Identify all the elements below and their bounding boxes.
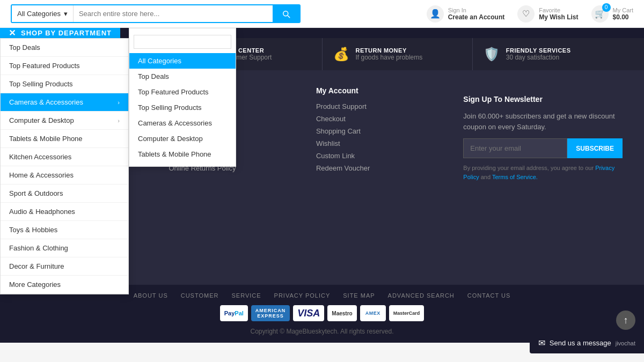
dept-item[interactable]: Sport & Outdoors [1, 184, 128, 203]
amex2-badge: AMEX [360, 305, 386, 321]
newsletter-note: By providing your email address, you agr… [463, 164, 623, 181]
chevron-down-icon: ▾ [64, 10, 68, 18]
favorite-label: Favorite [539, 7, 578, 13]
mastercard-badge: MasterCard [389, 305, 425, 321]
dept-panel: Top DealsTop Featured ProductsTop Sellin… [0, 38, 129, 294]
dept-item[interactable]: More Categories [1, 276, 128, 294]
search-bar: All Categories ▾ [11, 4, 301, 23]
cart-link[interactable]: 🛒 0 My Cart $0.00 [591, 5, 634, 23]
chevron-right-icon: › [118, 117, 120, 124]
footer-link[interactable]: Checkout [316, 115, 447, 123]
bottom-links: ABOUT USCUSTOMERSERVICEPRIVACY POLICYSIT… [134, 292, 511, 299]
dept-item[interactable]: Decor & Furniture [1, 257, 128, 276]
info-item: 💰 RETURN MONEY If goods have problems [323, 38, 473, 70]
user-icon: 👤 [427, 5, 444, 23]
category-subdropdown: All CategoriesTop DealsTop Featured Prod… [129, 28, 236, 167]
shop-by-dept-label: SHOP BY DEPARTMENT [21, 29, 112, 37]
live-chat-platform: jivochat [616, 340, 635, 343]
dept-item[interactable]: Home & Accessories [1, 166, 128, 184]
cat-dropdown-item[interactable]: Tablets & Mobile Phone [129, 146, 236, 162]
payment-icons: PayPal AMERICANEXPRESS VISA Maestro AMEX… [220, 305, 425, 321]
cart-price: $0.00 [613, 13, 634, 21]
info-sub: 30 day satisfaction [506, 54, 571, 61]
amex-badge: AMERICANEXPRESS [251, 305, 290, 321]
dept-item[interactable]: Top Deals [1, 39, 128, 57]
close-icon: ✕ [9, 28, 16, 38]
newsletter-form: SUBSCRIBE [463, 138, 623, 158]
dept-item[interactable]: Computer & Desktop› [1, 112, 128, 130]
signin-label: Sign In [448, 7, 505, 13]
bottom-link[interactable]: SERVICE [231, 292, 261, 299]
heart-icon: ♡ [517, 5, 535, 23]
cart-badge: 0 [602, 3, 611, 12]
bottom-link[interactable]: ABOUT US [134, 292, 168, 299]
newsletter-title: Sign Up To Newsletter [463, 95, 623, 104]
footer-link[interactable]: Product Support [316, 102, 447, 110]
dept-item[interactable]: Cameras & Accessories› [1, 93, 128, 112]
create-account-label: Create an Account [448, 13, 505, 21]
cat-dropdown-item[interactable]: Top Deals [129, 69, 236, 84]
search-button[interactable] [273, 5, 299, 22]
live-chat-button[interactable]: ✉ Send us a message jivochat [530, 333, 644, 343]
header: All Categories ▾ 👤 Sign In Create an Acc… [0, 0, 644, 28]
footer-link[interactable]: Custom Link [316, 152, 447, 160]
info-title: FRIENDLY SERVICES [506, 47, 571, 54]
bottom-link[interactable]: CUSTOMER [181, 292, 219, 299]
search-input[interactable] [74, 5, 273, 22]
terms-link[interactable]: Terms of Service. [492, 174, 538, 180]
wishlist-label: My Wish List [539, 13, 578, 21]
cart-icon: 🛒 0 [591, 5, 609, 23]
cat-search-input[interactable] [134, 35, 231, 49]
dept-item[interactable]: Top Selling Products [1, 75, 128, 93]
dept-item[interactable]: Tablets & Mobile Phone [1, 130, 128, 148]
category-select-label: All Categories [17, 10, 61, 18]
cat-dropdown-item[interactable]: Top Featured Products [129, 84, 236, 100]
shop-by-dept-button[interactable]: ✕ SHOP BY DEPARTMENT [0, 28, 120, 38]
live-chat-label: Send us a message [550, 339, 611, 343]
dept-item[interactable]: Toys & Hobbies [1, 221, 128, 239]
bottom-link[interactable]: CONTACT US [467, 292, 511, 299]
signin-link[interactable]: 👤 Sign In Create an Account [427, 5, 505, 23]
dept-item[interactable]: Audio & Headphones [1, 203, 128, 221]
info-icon: 💰 [333, 47, 349, 62]
info-text: RETURN MONEY If goods have problems [356, 47, 423, 61]
wishlist-link[interactable]: ♡ Favorite My Wish List [517, 5, 578, 23]
info-sub: If goods have problems [356, 54, 423, 61]
cart-label: My Cart [613, 7, 634, 13]
dept-item[interactable]: Top Featured Products [1, 57, 128, 75]
account-section: My Account Product SupportCheckoutShoppi… [316, 86, 447, 269]
newsletter-desc: Join 60.000+ subscribers and get a new d… [463, 111, 623, 132]
info-item: 🛡️ FRIENDLY SERVICES 30 day satisfaction [473, 38, 623, 70]
account-title: My Account [316, 86, 447, 95]
newsletter-email-input[interactable] [463, 138, 567, 158]
footer-link[interactable]: Wishlist [316, 139, 447, 147]
dept-item[interactable]: Fashion & Clothing [1, 239, 128, 257]
account-links: Product SupportCheckoutShopping CartWish… [316, 102, 447, 172]
maestro-badge: Maestro [327, 305, 356, 321]
category-select[interactable]: All Categories ▾ [12, 5, 74, 22]
bottom-link[interactable]: SITE MAP [343, 292, 375, 299]
nav-bar: ✕ SHOP BY DEPARTMENT Top DealsTop Featur… [0, 28, 644, 38]
subscribe-button[interactable]: SUBSCRIBE [567, 138, 623, 158]
newsletter-section: Sign Up To Newsletter Join 60.000+ subsc… [463, 86, 623, 269]
info-text: FRIENDLY SERVICES 30 day satisfaction [506, 47, 571, 61]
scroll-top-button[interactable]: ↑ [616, 311, 635, 330]
bottom-link[interactable]: PRIVACY POLICY [274, 292, 331, 299]
cat-dropdown-item[interactable]: Cameras & Accessories [129, 115, 236, 131]
footer-link[interactable]: Redeem Voucher [316, 164, 447, 172]
chat-icon: ✉ [538, 338, 545, 343]
paypal-badge: PayPal [220, 305, 248, 321]
copyright: Copyright © MageBlueskytech. All rights … [251, 328, 394, 335]
info-icon: 🛡️ [484, 47, 500, 62]
cat-dropdown-item[interactable]: All Categories [129, 53, 236, 69]
cat-dropdown-item[interactable]: Top Selling Products [129, 100, 236, 115]
bottom-link[interactable]: ADVANCED SEARCH [388, 292, 455, 299]
info-title: RETURN MONEY [356, 47, 423, 54]
cat-dropdown-item[interactable]: Computer & Desktop [129, 131, 236, 146]
footer-link[interactable]: Shopping Cart [316, 127, 447, 135]
visa-badge: VISA [293, 305, 324, 321]
dept-item[interactable]: Kitchen Accessories [1, 148, 128, 166]
header-icons: 👤 Sign In Create an Account ♡ Favorite M… [427, 5, 633, 23]
chevron-right-icon: › [118, 99, 120, 106]
